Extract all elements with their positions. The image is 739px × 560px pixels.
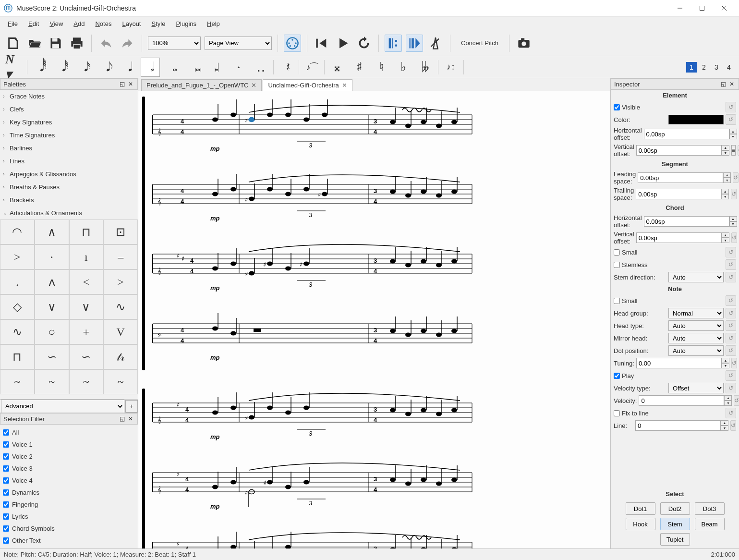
- reset-button[interactable]: ↺: [734, 395, 739, 406]
- reset-button[interactable]: ↺: [726, 333, 736, 343]
- menu-notes[interactable]: Notes: [90, 18, 116, 29]
- duration-16th[interactable]: 𝅘𝅥𝅯: [74, 58, 94, 77]
- duration-64th[interactable]: 𝅘𝅥𝅱: [30, 58, 49, 77]
- selfilter-item[interactable]: Voice 2: [3, 450, 135, 463]
- articulation-cell[interactable]: ∨: [69, 294, 104, 319]
- palette-item-articulations[interactable]: ⌄Articulations & Ornaments: [0, 207, 138, 219]
- menu-plugins[interactable]: Plugins: [171, 18, 201, 29]
- selfilter-undock-button[interactable]: ◱: [118, 415, 126, 423]
- palette-item-lines[interactable]: ›Lines: [0, 155, 138, 168]
- palette-item-breaths[interactable]: ›Breaths & Pauses: [0, 181, 138, 194]
- natural-button[interactable]: ♮: [372, 58, 391, 77]
- tab-unclaimed[interactable]: Unclaimed-Gift-Orchestra✕: [263, 79, 352, 91]
- duration-8th[interactable]: 𝅘𝅥𝅮: [97, 58, 116, 77]
- save-button[interactable]: [47, 35, 64, 52]
- lead-input[interactable]: [638, 172, 723, 183]
- reset-button[interactable]: ↺: [731, 358, 737, 368]
- chord-voff-input[interactable]: [636, 232, 722, 243]
- selfilter-close-button[interactable]: ✕: [127, 415, 134, 423]
- articulation-cell[interactable]: ∧: [35, 219, 69, 244]
- palette-item-grace-notes[interactable]: ›Grace Notes: [0, 90, 138, 103]
- select-stem-button[interactable]: Stem: [660, 518, 690, 530]
- trail-input[interactable]: [636, 189, 721, 199]
- color-swatch[interactable]: [668, 115, 724, 124]
- staff[interactable]: 𝄞♯44♯34: [148, 523, 610, 548]
- close-button[interactable]: [713, 1, 735, 15]
- articulation-cell[interactable]: ~: [103, 369, 138, 394]
- tie-button[interactable]: ♪⁀: [302, 58, 321, 77]
- tab-close-icon[interactable]: ✕: [342, 82, 347, 89]
- articulation-cell[interactable]: >: [103, 269, 138, 294]
- staff[interactable]: 𝄞♯44♯♯343mp: [148, 453, 610, 523]
- articulation-cell[interactable]: <: [69, 269, 104, 294]
- repeat-end-button[interactable]: [406, 35, 423, 52]
- palette-item-barlines[interactable]: ›Barlines: [0, 142, 138, 155]
- articulation-cell[interactable]: ∽: [35, 344, 69, 369]
- voice-4-button[interactable]: 4: [724, 62, 734, 73]
- visible-checkbox[interactable]: [614, 104, 620, 110]
- snapshot-button[interactable]: [515, 35, 533, 52]
- selfilter-item[interactable]: Voice 4: [3, 475, 135, 487]
- duration-dot[interactable]: ·: [229, 58, 248, 77]
- redo-button[interactable]: [119, 35, 136, 52]
- palette-item-time-sig[interactable]: ›Time Signatures: [0, 129, 138, 142]
- reset-button[interactable]: ↺: [726, 102, 736, 112]
- chord-hoff-input[interactable]: [644, 216, 729, 227]
- select-dot2-button[interactable]: Dot2: [660, 502, 690, 515]
- metronome-button[interactable]: [427, 35, 444, 52]
- reset-button[interactable]: ↺: [726, 370, 736, 381]
- select-beam-button[interactable]: Beam: [695, 518, 725, 530]
- rewind-button[interactable]: [313, 35, 330, 52]
- viewmode-select[interactable]: Page View: [205, 37, 272, 50]
- velocity-input[interactable]: [639, 395, 724, 406]
- voff-input[interactable]: [636, 145, 722, 156]
- articulation-cell[interactable]: ⊓: [69, 219, 104, 244]
- reset-button[interactable]: ↺: [726, 383, 736, 393]
- flat-button[interactable]: ♭: [394, 58, 413, 77]
- reset-button[interactable]: ↺: [731, 189, 737, 199]
- reset-button[interactable]: ↺: [726, 320, 736, 331]
- reset-button[interactable]: ↺: [731, 232, 737, 243]
- articulation-cell[interactable]: .: [0, 269, 35, 294]
- inspector-close-button[interactable]: ✕: [728, 80, 736, 88]
- minimize-button[interactable]: [669, 1, 691, 15]
- articulation-cell[interactable]: ○: [35, 319, 69, 344]
- tuning-input[interactable]: [636, 358, 722, 368]
- menu-view[interactable]: View: [45, 18, 68, 29]
- menu-layout[interactable]: Layout: [117, 18, 145, 29]
- align-button[interactable]: ≡: [731, 145, 736, 156]
- reset-button[interactable]: ↺: [726, 259, 736, 270]
- palette-item-key-sig[interactable]: ›Key Signatures: [0, 116, 138, 129]
- articulation-cell[interactable]: ~: [0, 369, 35, 394]
- reset-button[interactable]: ↺: [726, 308, 736, 318]
- double-sharp-button[interactable]: 𝄪: [327, 58, 347, 77]
- articulation-cell[interactable]: 𝓉𝓇: [103, 344, 138, 369]
- reset-button[interactable]: ↺: [738, 145, 739, 156]
- veltype-select[interactable]: Offset: [668, 383, 724, 393]
- articulation-cell[interactable]: ·: [35, 244, 69, 269]
- tab-prelude[interactable]: Prelude_and_Fugue_1_-_OpenWTC✕: [141, 79, 262, 91]
- voice-2-button[interactable]: 2: [699, 62, 709, 73]
- reset-button[interactable]: ↺: [726, 247, 736, 257]
- select-dot1-button[interactable]: Dot1: [626, 502, 655, 515]
- palette-item-arpeggios[interactable]: ›Arpeggios & Glissandos: [0, 168, 138, 181]
- midi-button[interactable]: [284, 35, 301, 52]
- selfilter-item[interactable]: Voice 1: [3, 438, 135, 450]
- menu-add[interactable]: Add: [69, 18, 89, 29]
- mirror-select[interactable]: Auto: [668, 333, 724, 343]
- palettes-undock-button[interactable]: ◱: [118, 80, 126, 88]
- concert-pitch-button[interactable]: Concert Pitch: [456, 39, 503, 47]
- select-dot3-button[interactable]: Dot3: [695, 502, 725, 515]
- hoff-input[interactable]: [644, 129, 729, 139]
- selfilter-item[interactable]: Dynamics: [3, 487, 135, 499]
- repeat-start-button[interactable]: [385, 35, 402, 52]
- selfilter-item[interactable]: Other Text: [3, 535, 135, 547]
- staff[interactable]: 𝄞♯44♯343mp: [148, 384, 610, 453]
- articulation-cell[interactable]: ∨: [35, 294, 69, 319]
- reset-button[interactable]: ↺: [726, 345, 736, 356]
- voice-1-button[interactable]: 1: [686, 62, 697, 73]
- staff[interactable]: 𝄞44♯♯343mp: [148, 165, 610, 235]
- flip-button[interactable]: ♪↕: [441, 58, 460, 77]
- duration-breve[interactable]: 𝅜: [185, 58, 204, 77]
- menu-help[interactable]: Help: [202, 18, 225, 29]
